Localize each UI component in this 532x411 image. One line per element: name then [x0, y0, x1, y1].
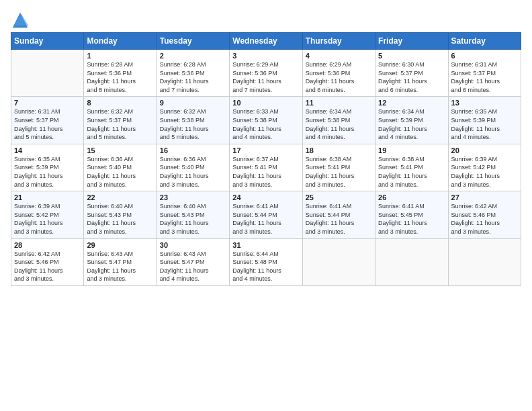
- calendar-cell: 11Sunrise: 6:34 AMSunset: 5:38 PMDayligh…: [302, 97, 375, 144]
- calendar-week-row: 14Sunrise: 6:35 AMSunset: 5:39 PMDayligh…: [11, 144, 521, 191]
- day-info: Sunrise: 6:40 AMSunset: 5:43 PMDaylight:…: [87, 202, 153, 236]
- day-number: 29: [87, 241, 153, 249]
- column-header-friday: Friday: [375, 33, 448, 50]
- column-header-thursday: Thursday: [302, 33, 375, 50]
- calendar-cell: 12Sunrise: 6:34 AMSunset: 5:39 PMDayligh…: [375, 97, 448, 144]
- day-number: 14: [14, 146, 81, 154]
- calendar-cell: 15Sunrise: 6:36 AMSunset: 5:40 PMDayligh…: [84, 144, 157, 191]
- day-info: Sunrise: 6:39 AMSunset: 5:42 PMDaylight:…: [14, 202, 81, 236]
- day-number: 18: [306, 146, 372, 154]
- calendar-cell: 9Sunrise: 6:32 AMSunset: 5:38 PMDaylight…: [157, 97, 229, 144]
- day-info: Sunrise: 6:41 AMSunset: 5:44 PMDaylight:…: [232, 202, 299, 236]
- calendar-cell: 30Sunrise: 6:43 AMSunset: 5:47 PMDayligh…: [157, 238, 229, 285]
- calendar-cell: [11, 50, 84, 97]
- day-number: 3: [232, 52, 299, 60]
- day-info: Sunrise: 6:29 AMSunset: 5:36 PMDaylight:…: [306, 60, 372, 94]
- calendar-table: SundayMondayTuesdayWednesdayThursdayFrid…: [11, 32, 521, 286]
- day-info: Sunrise: 6:32 AMSunset: 5:37 PMDaylight:…: [87, 107, 153, 141]
- column-header-tuesday: Tuesday: [157, 33, 229, 50]
- day-info: Sunrise: 6:34 AMSunset: 5:38 PMDaylight:…: [306, 107, 372, 141]
- day-info: Sunrise: 6:29 AMSunset: 5:36 PMDaylight:…: [232, 60, 299, 94]
- day-info: Sunrise: 6:42 AMSunset: 5:46 PMDaylight:…: [14, 250, 81, 283]
- calendar-cell: 27Sunrise: 6:42 AMSunset: 5:46 PMDayligh…: [448, 191, 521, 238]
- day-number: 2: [160, 52, 226, 60]
- day-number: 4: [306, 52, 372, 60]
- day-number: 17: [232, 146, 299, 154]
- day-info: Sunrise: 6:30 AMSunset: 5:37 PMDaylight:…: [378, 60, 445, 94]
- day-number: 5: [378, 52, 445, 60]
- day-number: 26: [378, 193, 445, 201]
- day-number: 16: [160, 146, 226, 154]
- calendar-header-row: SundayMondayTuesdayWednesdayThursdayFrid…: [11, 33, 521, 50]
- calendar-cell: 13Sunrise: 6:35 AMSunset: 5:39 PMDayligh…: [448, 97, 521, 144]
- day-number: 7: [14, 99, 81, 107]
- day-info: Sunrise: 6:43 AMSunset: 5:47 PMDaylight:…: [87, 250, 153, 283]
- day-number: 22: [87, 193, 153, 201]
- day-number: 1: [87, 52, 153, 60]
- calendar-cell: 3Sunrise: 6:29 AMSunset: 5:36 PMDaylight…: [230, 50, 302, 97]
- calendar-cell: 6Sunrise: 6:31 AMSunset: 5:37 PMDaylight…: [448, 50, 521, 97]
- column-header-saturday: Saturday: [448, 33, 521, 50]
- day-number: 13: [451, 99, 518, 107]
- calendar-cell: 24Sunrise: 6:41 AMSunset: 5:44 PMDayligh…: [230, 191, 302, 238]
- day-number: 15: [87, 146, 153, 154]
- calendar-cell: 25Sunrise: 6:41 AMSunset: 5:44 PMDayligh…: [302, 191, 375, 238]
- day-number: 27: [451, 193, 518, 201]
- day-info: Sunrise: 6:38 AMSunset: 5:41 PMDaylight:…: [378, 155, 445, 189]
- calendar-cell: 7Sunrise: 6:31 AMSunset: 5:37 PMDaylight…: [11, 97, 84, 144]
- day-info: Sunrise: 6:31 AMSunset: 5:37 PMDaylight:…: [14, 107, 81, 141]
- calendar-cell: [375, 238, 448, 285]
- logo: [11, 11, 32, 30]
- calendar-cell: [448, 238, 521, 285]
- calendar-cell: 4Sunrise: 6:29 AMSunset: 5:36 PMDaylight…: [302, 50, 375, 97]
- day-number: 6: [451, 52, 518, 60]
- calendar-cell: 26Sunrise: 6:41 AMSunset: 5:45 PMDayligh…: [375, 191, 448, 238]
- day-info: Sunrise: 6:38 AMSunset: 5:41 PMDaylight:…: [306, 155, 372, 189]
- day-info: Sunrise: 6:44 AMSunset: 5:48 PMDaylight:…: [232, 250, 299, 283]
- day-info: Sunrise: 6:33 AMSunset: 5:38 PMDaylight:…: [232, 107, 299, 141]
- calendar-cell: 23Sunrise: 6:40 AMSunset: 5:43 PMDayligh…: [157, 191, 229, 238]
- calendar-cell: 8Sunrise: 6:32 AMSunset: 5:37 PMDaylight…: [84, 97, 157, 144]
- calendar-cell: 21Sunrise: 6:39 AMSunset: 5:42 PMDayligh…: [11, 191, 84, 238]
- day-number: 12: [378, 99, 445, 107]
- day-number: 28: [14, 241, 81, 249]
- day-number: 8: [87, 99, 153, 107]
- calendar-cell: 20Sunrise: 6:39 AMSunset: 5:42 PMDayligh…: [448, 144, 521, 191]
- day-number: 9: [160, 99, 226, 107]
- day-info: Sunrise: 6:35 AMSunset: 5:39 PMDaylight:…: [14, 155, 81, 189]
- day-info: Sunrise: 6:34 AMSunset: 5:39 PMDaylight:…: [378, 107, 445, 141]
- column-header-sunday: Sunday: [11, 33, 84, 50]
- column-header-wednesday: Wednesday: [230, 33, 302, 50]
- day-info: Sunrise: 6:36 AMSunset: 5:40 PMDaylight:…: [160, 155, 226, 189]
- day-number: 31: [232, 241, 299, 249]
- day-number: 23: [160, 193, 226, 201]
- day-number: 19: [378, 146, 445, 154]
- calendar-cell: 16Sunrise: 6:36 AMSunset: 5:40 PMDayligh…: [157, 144, 229, 191]
- calendar-cell: 2Sunrise: 6:28 AMSunset: 5:36 PMDaylight…: [157, 50, 229, 97]
- day-number: 25: [306, 193, 372, 201]
- day-number: 30: [160, 241, 226, 249]
- day-number: 11: [306, 99, 372, 107]
- calendar-week-row: 28Sunrise: 6:42 AMSunset: 5:46 PMDayligh…: [11, 238, 521, 285]
- calendar-cell: 14Sunrise: 6:35 AMSunset: 5:39 PMDayligh…: [11, 144, 84, 191]
- column-header-monday: Monday: [84, 33, 157, 50]
- page-header: [11, 11, 521, 30]
- logo-icon: [11, 11, 30, 30]
- day-info: Sunrise: 6:36 AMSunset: 5:40 PMDaylight:…: [87, 155, 153, 189]
- day-info: Sunrise: 6:37 AMSunset: 5:41 PMDaylight:…: [232, 155, 299, 189]
- day-info: Sunrise: 6:28 AMSunset: 5:36 PMDaylight:…: [160, 60, 226, 94]
- day-info: Sunrise: 6:41 AMSunset: 5:44 PMDaylight:…: [306, 202, 372, 236]
- calendar-cell: [302, 238, 375, 285]
- day-number: 21: [14, 193, 81, 201]
- day-number: 24: [232, 193, 299, 201]
- calendar-cell: 18Sunrise: 6:38 AMSunset: 5:41 PMDayligh…: [302, 144, 375, 191]
- calendar-week-row: 1Sunrise: 6:28 AMSunset: 5:36 PMDaylight…: [11, 50, 521, 97]
- day-info: Sunrise: 6:35 AMSunset: 5:39 PMDaylight:…: [451, 107, 518, 141]
- svg-marker-1: [13, 13, 28, 26]
- day-number: 20: [451, 146, 518, 154]
- day-number: 10: [232, 99, 299, 107]
- day-info: Sunrise: 6:32 AMSunset: 5:38 PMDaylight:…: [160, 107, 226, 141]
- calendar-cell: 17Sunrise: 6:37 AMSunset: 5:41 PMDayligh…: [230, 144, 302, 191]
- day-info: Sunrise: 6:43 AMSunset: 5:47 PMDaylight:…: [160, 250, 226, 283]
- calendar-week-row: 21Sunrise: 6:39 AMSunset: 5:42 PMDayligh…: [11, 191, 521, 238]
